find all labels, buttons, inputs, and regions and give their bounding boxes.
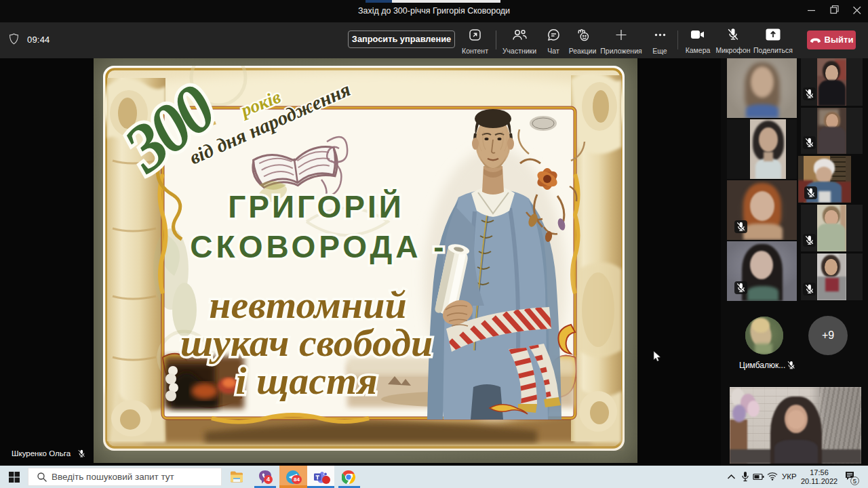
svg-text:і щастя: і щастя [235,359,377,403]
svg-text:СКОВОРОДА -: СКОВОРОДА - [190,229,447,264]
svg-text:ГРИГОРІЙ: ГРИГОРІЙ [228,189,404,224]
